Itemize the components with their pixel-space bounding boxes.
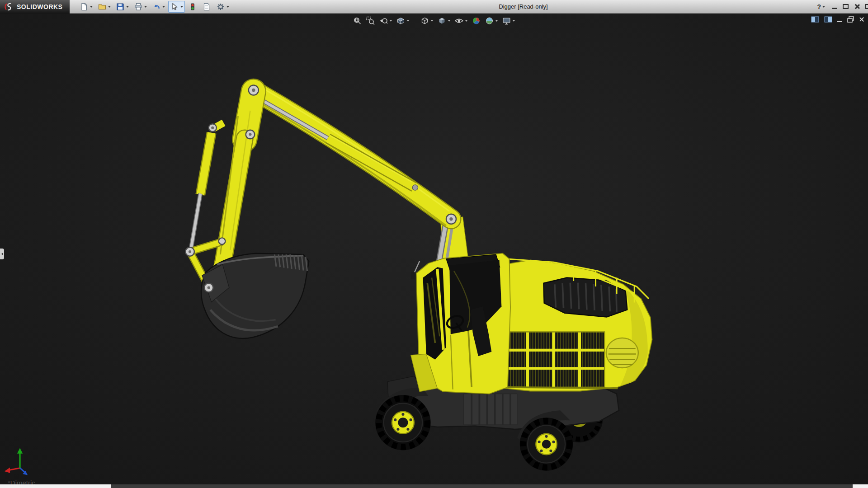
save-icon (116, 2, 125, 11)
hide-show-items-button[interactable] (454, 16, 468, 26)
print-dropdown-caret[interactable] (144, 6, 147, 8)
undo-icon (152, 2, 161, 11)
main-toolbar (70, 1, 231, 13)
select-arrow-icon (170, 2, 179, 11)
front-wheel[interactable] (375, 395, 430, 450)
display-style-caret[interactable] (448, 20, 451, 22)
print-icon (134, 2, 143, 11)
view-settings-caret[interactable] (513, 20, 515, 22)
new-document-icon (80, 2, 89, 11)
mirror (411, 272, 415, 279)
file-properties-button[interactable] (200, 1, 213, 13)
new-dropdown-caret[interactable] (90, 6, 93, 8)
document-minimize-button[interactable] (837, 21, 842, 22)
open-dropdown-caret[interactable] (108, 6, 111, 8)
document-close-button[interactable] (859, 17, 864, 22)
view-orientation-icon (420, 16, 429, 25)
help-icon: ? (817, 3, 821, 10)
section-view-button[interactable] (396, 16, 410, 26)
select-dropdown-caret[interactable] (180, 6, 183, 8)
close-button[interactable] (854, 4, 860, 9)
options-button[interactable] (214, 1, 231, 13)
save-dropdown-caret[interactable] (126, 6, 129, 8)
tile-left-icon[interactable] (811, 16, 819, 23)
print-button[interactable] (132, 1, 149, 13)
previous-view-icon (379, 16, 388, 25)
file-properties-icon (202, 2, 211, 11)
apply-scene-button[interactable] (485, 16, 499, 26)
hide-show-caret[interactable] (465, 20, 468, 22)
zoom-to-fit-button[interactable] (353, 16, 363, 26)
zoom-to-fit-icon (353, 16, 362, 25)
new-document-button[interactable] (78, 1, 94, 13)
rebuild-button[interactable] (186, 1, 199, 13)
save-button[interactable] (114, 1, 131, 13)
document-restore-button[interactable] (847, 16, 854, 23)
status-bar-right (853, 484, 868, 488)
view-orientation-caret[interactable] (431, 20, 434, 22)
window-controls: ? (815, 2, 868, 12)
rebuild-icon (188, 2, 197, 11)
status-bar-left (0, 484, 111, 488)
open-icon (98, 2, 107, 11)
document-window-controls (811, 16, 864, 23)
solidworks-logo-icon (4, 2, 14, 11)
zoom-to-area-button[interactable] (366, 16, 376, 26)
clipped-edge-icon (865, 4, 868, 9)
edit-appearance-icon (472, 16, 481, 25)
display-style-button[interactable] (437, 16, 451, 26)
open-button[interactable] (96, 1, 113, 13)
display-style-icon (438, 16, 447, 25)
minimize-button[interactable] (832, 8, 837, 9)
undo-button[interactable] (150, 1, 167, 13)
options-gear-icon (216, 2, 225, 11)
status-bar (0, 484, 868, 488)
cab[interactable] (411, 253, 510, 394)
brand-text: SOLIDWORKS (17, 3, 62, 10)
titlebar: SOLIDWORKS (0, 0, 868, 14)
rear-port-window[interactable] (606, 338, 638, 368)
section-view-icon (396, 16, 406, 25)
undo-dropdown-caret[interactable] (162, 6, 165, 8)
view-settings-icon (502, 16, 511, 25)
solidworks-logo: SOLIDWORKS (0, 0, 70, 14)
previous-view-caret[interactable] (390, 20, 392, 22)
feature-panel-collapse-tab[interactable] (0, 249, 4, 259)
view-settings-button[interactable] (502, 16, 516, 26)
headsup-toolbar (353, 16, 516, 26)
previous-view-button[interactable] (379, 16, 393, 26)
help-dropdown-caret[interactable] (822, 6, 825, 8)
model-canvas[interactable] (0, 14, 868, 484)
rear-wheel[interactable] (520, 418, 573, 471)
select-tool-button[interactable] (168, 1, 185, 13)
status-bar-center (111, 484, 853, 488)
zoom-to-area-icon (366, 16, 375, 25)
view-orientation-button[interactable] (420, 16, 434, 26)
help-button[interactable]: ? (815, 2, 827, 12)
side-grilles[interactable] (501, 332, 604, 387)
graphics-area[interactable]: *Dimetric (0, 14, 868, 484)
options-dropdown-caret[interactable] (226, 6, 229, 8)
view-orientation-label: *Dimetric (8, 479, 35, 484)
apply-scene-caret[interactable] (495, 20, 498, 22)
solidworks-window: SOLIDWORKS (0, 0, 868, 488)
apply-scene-icon (485, 16, 494, 25)
document-title: Digger [Read-only] (231, 3, 815, 10)
tile-right-icon[interactable] (824, 16, 832, 23)
eye-icon (455, 16, 464, 25)
maximize-button[interactable] (843, 4, 849, 9)
section-view-caret[interactable] (407, 20, 410, 22)
edit-appearance-button[interactable] (472, 16, 481, 26)
